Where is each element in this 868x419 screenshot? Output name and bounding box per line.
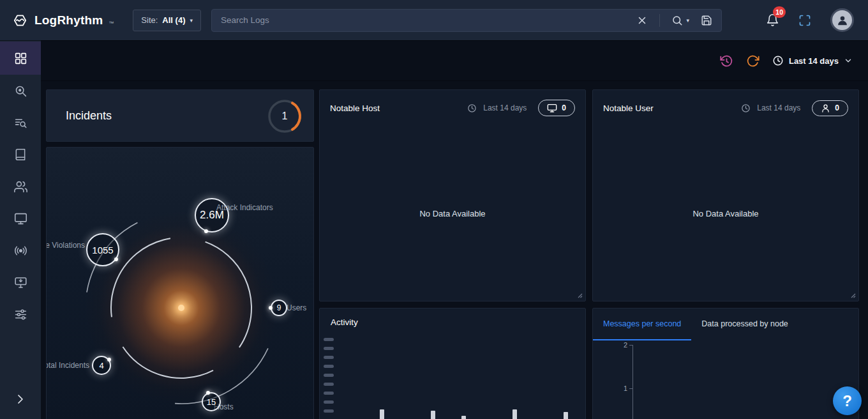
orbit-label-users: Users bbox=[287, 303, 306, 312]
clear-search-icon[interactable] bbox=[636, 15, 648, 26]
clock-icon bbox=[741, 103, 751, 113]
sidebar-item-searches[interactable] bbox=[0, 107, 41, 139]
notable-user-empty-text: No Data Available bbox=[593, 126, 858, 301]
activity-bar bbox=[461, 416, 466, 419]
notification-badge: 10 bbox=[773, 6, 786, 18]
fullscreen-button[interactable] bbox=[798, 14, 811, 27]
activity-bar bbox=[431, 411, 435, 419]
brand-name: LogRhythm bbox=[34, 13, 103, 27]
node-value: 1055 bbox=[92, 245, 113, 255]
sidebar bbox=[0, 40, 41, 419]
resize-handle[interactable] bbox=[849, 292, 856, 298]
incidents-title: Incidents bbox=[66, 109, 112, 123]
activity-panel: Activity bbox=[319, 308, 586, 419]
activity-bar bbox=[564, 412, 568, 419]
sidebar-item-dashboard[interactable] bbox=[0, 42, 41, 75]
throughput-tabs: Messages per second Data processed by no… bbox=[593, 309, 858, 340]
resize-handle[interactable] bbox=[576, 292, 583, 298]
orbit-node-compliance-violations[interactable]: 1055 bbox=[86, 233, 119, 266]
restore-history-icon[interactable] bbox=[720, 54, 733, 68]
log-search-icon bbox=[14, 116, 27, 130]
refresh-icon[interactable] bbox=[746, 54, 760, 68]
casebook-icon bbox=[14, 148, 27, 161]
logrhythm-logo: LogRhythm ™ bbox=[11, 13, 114, 28]
incidents-gauge[interactable]: 1 bbox=[266, 98, 303, 135]
orbit-label-total-incidents: Total Incidents bbox=[46, 361, 89, 370]
sidebar-item-investigate[interactable] bbox=[0, 75, 41, 107]
sidebar-item-hosts[interactable] bbox=[0, 202, 41, 234]
orbit-label-compliance-violations: Compliance Violations bbox=[46, 241, 85, 250]
sidebar-item-people[interactable] bbox=[0, 171, 41, 202]
activity-mini-scale bbox=[324, 338, 334, 413]
notable-host-count-button[interactable]: 0 bbox=[538, 100, 575, 116]
notable-user-time-range: Last 14 days bbox=[757, 103, 800, 112]
chevron-down-icon: ▾ bbox=[686, 17, 689, 24]
search-box[interactable]: ▾ bbox=[211, 9, 722, 32]
activity-bar bbox=[513, 409, 517, 419]
notable-user-panel: Notable User Last 14 days 0 No Data Avai… bbox=[592, 89, 859, 301]
users-icon bbox=[14, 180, 27, 194]
logrhythm-logo-icon bbox=[11, 13, 29, 28]
incidents-orbit-panel: 2.6M 1055 9 4 15 Attack Indicators Compl… bbox=[46, 147, 314, 419]
node-value: 15 bbox=[207, 397, 216, 407]
incidents-gauge-value: 1 bbox=[266, 98, 303, 135]
notable-host-panel: Notable Host Last 14 days 0 No Data Avai… bbox=[319, 89, 586, 301]
clock-icon bbox=[772, 55, 784, 66]
notifications-button[interactable]: 10 bbox=[766, 13, 779, 27]
notable-user-count-button[interactable]: 0 bbox=[812, 100, 848, 116]
settings-sliders-icon bbox=[14, 308, 27, 321]
orbit-label-attack-indicators: Attack Indicators bbox=[216, 203, 273, 212]
sidebar-item-settings[interactable] bbox=[0, 298, 41, 330]
site-value: All (4) bbox=[162, 15, 185, 25]
help-button[interactable]: ? bbox=[833, 386, 862, 415]
deployment-monitor-icon bbox=[14, 276, 27, 289]
monitor-icon bbox=[547, 103, 557, 113]
orbit-connector-dot bbox=[206, 391, 210, 395]
sidebar-item-cases[interactable] bbox=[0, 139, 41, 171]
tab-data-processed-by-node[interactable]: Data processed by node bbox=[691, 309, 798, 340]
time-range-selector[interactable]: Last 14 days bbox=[772, 55, 853, 66]
orbit-rings bbox=[47, 148, 314, 419]
person-icon bbox=[821, 103, 830, 113]
sidebar-expand-button[interactable] bbox=[0, 387, 41, 411]
notable-host-time-range: Last 14 days bbox=[483, 103, 527, 112]
site-selector[interactable]: Site: All (4) ▾ bbox=[133, 10, 201, 31]
site-label: Site: bbox=[141, 15, 158, 25]
save-search-icon[interactable] bbox=[701, 15, 712, 26]
notable-user-count: 0 bbox=[835, 103, 839, 112]
y-axis bbox=[632, 345, 633, 419]
y-tick-mark bbox=[629, 345, 632, 346]
topbar: LogRhythm ™ Site: All (4) ▾ ▾ 10 bbox=[0, 0, 868, 40]
orbit-node-users[interactable]: 9 bbox=[271, 300, 287, 316]
orbit-node-hosts[interactable]: 15 bbox=[202, 392, 221, 411]
search-divider bbox=[659, 14, 660, 27]
topbar-right: 10 bbox=[766, 8, 854, 32]
search-input[interactable] bbox=[221, 15, 636, 25]
orbit-connector-dot bbox=[107, 358, 111, 362]
sidebar-item-networks[interactable] bbox=[0, 234, 41, 266]
dashboard-grid-icon bbox=[14, 52, 27, 65]
clock-icon bbox=[467, 103, 477, 113]
time-range-label: Last 14 days bbox=[789, 56, 839, 66]
node-value: 9 bbox=[277, 303, 281, 312]
orbit-connector-dot bbox=[114, 257, 118, 261]
incidents-header-panel: Incidents 1 bbox=[46, 89, 314, 142]
notable-host-count: 0 bbox=[562, 103, 566, 112]
brand-trademark: ™ bbox=[108, 20, 114, 26]
chevron-right-icon bbox=[15, 393, 26, 405]
user-avatar[interactable] bbox=[830, 8, 854, 32]
sidebar-item-deployment[interactable] bbox=[0, 266, 41, 298]
y-tick-label: 2 bbox=[615, 341, 627, 349]
person-icon bbox=[835, 13, 849, 27]
monitor-icon bbox=[14, 212, 27, 225]
notable-user-title: Notable User bbox=[603, 103, 654, 113]
activity-bar bbox=[380, 409, 384, 419]
node-value: 4 bbox=[99, 361, 103, 370]
chevron-down-icon bbox=[844, 56, 853, 65]
y-tick-label: 1 bbox=[615, 385, 627, 392]
activity-bars bbox=[339, 334, 581, 419]
main-content: Last 14 days Incidents 1 2.6M bbox=[41, 40, 868, 419]
tab-messages-per-second[interactable]: Messages per second bbox=[593, 309, 691, 340]
throughput-panel: Messages per second Data processed by no… bbox=[592, 308, 859, 419]
search-options-button[interactable]: ▾ bbox=[671, 15, 689, 26]
